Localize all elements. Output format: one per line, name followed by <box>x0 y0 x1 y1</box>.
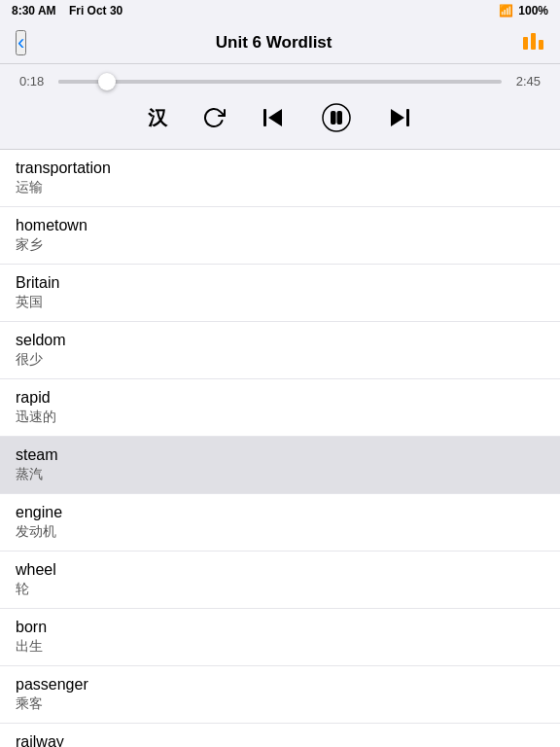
word-item[interactable]: hometown家乡 <box>0 207 560 265</box>
word-item[interactable]: Britain英国 <box>0 265 560 322</box>
svg-rect-0 <box>523 37 528 50</box>
status-bar: 8:30 AM Fri Oct 30 📶 100% <box>0 0 560 21</box>
word-item[interactable]: steam蒸汽 <box>0 437 560 494</box>
word-chinese: 出生 <box>16 638 544 656</box>
word-chinese: 英国 <box>16 294 544 311</box>
word-english: hometown <box>16 217 544 234</box>
word-item[interactable]: engine发动机 <box>0 494 560 551</box>
chart-icon[interactable] <box>521 29 544 55</box>
word-item[interactable]: born出生 <box>0 609 560 666</box>
progress-thumb[interactable] <box>98 73 116 90</box>
word-item[interactable]: seldom很少 <box>0 322 560 379</box>
prev-button[interactable] <box>257 101 290 134</box>
word-item[interactable]: railway铁路 <box>0 724 560 747</box>
status-indicators: 📶 100% <box>499 4 548 18</box>
word-english: seldom <box>16 332 544 349</box>
progress-bar[interactable] <box>58 80 502 84</box>
back-button[interactable]: ‹ <box>16 30 26 55</box>
word-chinese: 家乡 <box>16 236 544 254</box>
word-list: transportation运输hometown家乡Britain英国seldo… <box>0 150 560 747</box>
status-time: 8:30 AM <box>12 4 56 18</box>
refresh-button[interactable] <box>198 102 229 133</box>
next-button[interactable] <box>383 101 416 134</box>
controls-row: 汉 <box>19 98 541 137</box>
chinese-toggle-button[interactable]: 汉 <box>144 101 171 135</box>
svg-rect-8 <box>406 109 409 126</box>
word-english: steam <box>16 446 544 464</box>
progress-row: 0:18 2:45 <box>19 74 541 89</box>
word-item[interactable]: rapid迅速的 <box>0 379 560 437</box>
word-english: passenger <box>16 676 544 694</box>
player-section: 0:18 2:45 汉 <box>0 64 560 150</box>
svg-marker-9 <box>391 109 404 126</box>
word-english: railway <box>16 733 544 747</box>
svg-rect-2 <box>539 40 543 50</box>
page-title: Unit 6 Wordlist <box>216 33 332 53</box>
word-english: Britain <box>16 274 544 292</box>
svg-rect-3 <box>263 109 266 126</box>
word-chinese: 发动机 <box>16 523 544 541</box>
svg-rect-1 <box>531 33 536 50</box>
current-time: 0:18 <box>19 74 49 89</box>
word-chinese: 很少 <box>16 351 544 369</box>
word-english: born <box>16 619 544 636</box>
word-english: transportation <box>16 160 544 177</box>
svg-point-5 <box>323 104 350 131</box>
word-english: rapid <box>16 389 544 407</box>
svg-rect-6 <box>332 112 335 124</box>
word-english: wheel <box>16 561 544 579</box>
wifi-icon: 📶 <box>499 4 513 18</box>
status-time-date: 8:30 AM Fri Oct 30 <box>12 4 122 18</box>
word-chinese: 迅速的 <box>16 409 544 426</box>
battery-label: 100% <box>518 4 548 18</box>
word-english: engine <box>16 504 544 521</box>
word-chinese: 蒸汽 <box>16 466 544 483</box>
word-item[interactable]: transportation运输 <box>0 150 560 207</box>
svg-rect-7 <box>338 112 342 124</box>
word-chinese: 运输 <box>16 179 544 196</box>
navigation-bar: ‹ Unit 6 Wordlist <box>0 21 560 64</box>
total-time: 2:45 <box>511 74 541 89</box>
word-item[interactable]: wheel轮 <box>0 551 560 609</box>
status-date: Fri Oct 30 <box>69 4 122 18</box>
word-item[interactable]: passenger乘客 <box>0 666 560 724</box>
play-pause-button[interactable] <box>317 98 356 137</box>
word-chinese: 乘客 <box>16 695 544 713</box>
word-chinese: 轮 <box>16 581 544 598</box>
svg-marker-4 <box>268 109 282 126</box>
